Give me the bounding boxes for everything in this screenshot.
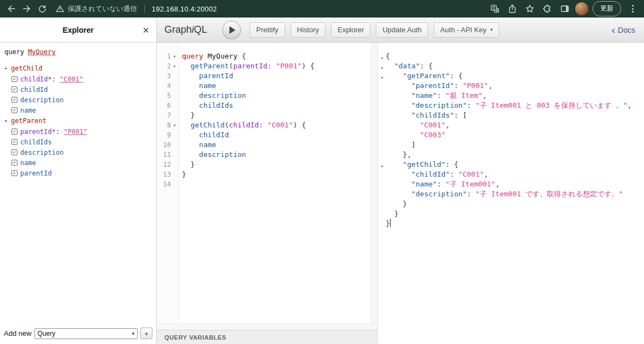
- fold-icon: [379, 189, 386, 199]
- fold-icon: [379, 140, 386, 150]
- checkbox-icon[interactable]: ✓: [11, 170, 17, 176]
- collapse-icon[interactable]: ▾: [4, 118, 11, 124]
- code-line[interactable]: [182, 179, 371, 189]
- code-line[interactable]: parentId: [182, 71, 371, 81]
- fold-icon[interactable]: ▾: [171, 123, 178, 128]
- explorer-header: Explorer ×: [0, 18, 156, 43]
- explorer-root-getParent[interactable]: ▾getParent: [4, 115, 152, 126]
- query-editor[interactable]: query MyQuery { getParent(parentId: "P00…: [179, 43, 371, 323]
- execute-button[interactable]: [222, 21, 241, 39]
- fold-icon[interactable]: ▾: [171, 63, 178, 69]
- update-auth-button[interactable]: Update Auth: [376, 22, 428, 38]
- back-icon[interactable]: [4, 2, 19, 16]
- checkbox-icon[interactable]: ✓: [11, 149, 17, 155]
- site-security-chip[interactable]: 保護されていない通信: [56, 4, 137, 14]
- docs-button[interactable]: ‹ Docs: [612, 26, 636, 34]
- result-line: "C003": [379, 130, 644, 140]
- argument-value[interactable]: "C001": [60, 75, 83, 83]
- result-line: "description": "子 Item001 です。取得される想定です。": [379, 189, 644, 199]
- share-icon[interactable]: [505, 2, 519, 16]
- line-number: 6: [167, 102, 171, 109]
- collapse-icon[interactable]: ▾: [4, 66, 11, 71]
- line-number: 4: [167, 82, 171, 90]
- forward-icon[interactable]: [20, 2, 34, 16]
- checkbox-icon[interactable]: ✓: [11, 129, 17, 135]
- explorer-field-parentId[interactable]: ✓parentId: [4, 168, 152, 178]
- result-line: }: [379, 199, 644, 209]
- checkbox-icon[interactable]: ✓: [11, 160, 17, 166]
- code-line[interactable]: query MyQuery {: [182, 51, 371, 61]
- security-warning-text: 保護されていない通信: [68, 4, 137, 14]
- operation-name[interactable]: MyQuery: [28, 48, 56, 56]
- address-bar-url[interactable]: 192.168.10.4:20002: [152, 5, 217, 13]
- fold-icon[interactable]: ▾: [379, 160, 386, 170]
- chevron-down-icon: ▾: [132, 331, 134, 336]
- explorer-field-description[interactable]: ✓description: [4, 147, 152, 158]
- explorer-field-description[interactable]: ✓description: [4, 95, 152, 105]
- auth-dropdown[interactable]: Auth - API Key ▾: [434, 22, 499, 38]
- line-number: 9: [167, 131, 171, 139]
- play-icon: [229, 26, 235, 34]
- browser-actions: 更新: [488, 1, 640, 16]
- checkbox-icon[interactable]: ✓: [11, 107, 17, 113]
- fold-icon: [379, 150, 386, 160]
- side-panel-icon[interactable]: [558, 2, 572, 16]
- fold-icon[interactable]: ▾: [171, 54, 178, 59]
- result-line: "childIds": [: [379, 110, 644, 120]
- explorer-field-childIds[interactable]: ✓childIds: [4, 137, 152, 147]
- code-line[interactable]: }: [182, 160, 371, 170]
- explorer-field-name[interactable]: ✓name: [4, 158, 152, 168]
- reload-icon[interactable]: [35, 2, 49, 16]
- explorer-field-childId[interactable]: ✓childId: [4, 84, 152, 95]
- close-icon[interactable]: ×: [143, 25, 149, 36]
- checkbox-icon[interactable]: ✓: [11, 97, 17, 103]
- checkbox-icon[interactable]: ✓: [11, 86, 17, 92]
- translate-icon[interactable]: [488, 2, 502, 16]
- kebab-menu-icon[interactable]: [625, 2, 640, 16]
- line-number: 14: [163, 180, 171, 188]
- line-number: 10: [163, 141, 171, 149]
- query-variables-toggle[interactable]: QUERY VARIABLES: [157, 330, 377, 344]
- line-number: 2: [167, 62, 171, 70]
- result-line: ▾ "getParent": {: [379, 71, 644, 81]
- explorer-root-getChild[interactable]: ▾getChild: [4, 63, 152, 74]
- fold-icon: [379, 179, 386, 189]
- bookmark-star-icon[interactable]: [523, 2, 537, 16]
- profile-avatar[interactable]: [575, 2, 588, 15]
- result-line: ▾ "data": {: [379, 61, 644, 71]
- explorer-button[interactable]: Explorer: [331, 22, 370, 38]
- code-line[interactable]: }: [182, 110, 371, 120]
- graphiql-topbar: GraphiQL Prettify History Explorer Updat…: [157, 18, 644, 43]
- editor-horizontal-scrollbar[interactable]: [157, 323, 377, 330]
- warning-icon: [56, 4, 64, 13]
- fold-icon[interactable]: ▾: [379, 61, 386, 71]
- explorer-arg-childId[interactable]: ✓childId*: "C001": [4, 74, 152, 84]
- code-line[interactable]: name: [182, 81, 371, 91]
- code-line[interactable]: childId: [182, 130, 371, 140]
- editor-vertical-scrollbar[interactable]: [371, 43, 377, 323]
- fold-icon[interactable]: ▾: [379, 71, 386, 81]
- code-line[interactable]: childIds: [182, 101, 371, 110]
- explorer-footer: Add new Query ▾ +: [0, 325, 156, 344]
- result-line: }: [379, 209, 644, 219]
- history-button[interactable]: History: [291, 22, 326, 38]
- explorer-arg-parentId[interactable]: ✓parentId*: "P001": [4, 126, 152, 137]
- explorer-field-name[interactable]: ✓name: [4, 105, 152, 115]
- checkbox-icon[interactable]: ✓: [11, 76, 17, 82]
- operation-type-select[interactable]: Query ▾: [34, 328, 138, 339]
- add-operation-button[interactable]: +: [140, 328, 152, 339]
- code-line[interactable]: getParent(parentId: "P001") {: [182, 61, 371, 71]
- add-new-label: Add new: [4, 329, 32, 337]
- prettify-button[interactable]: Prettify: [250, 22, 285, 38]
- checkbox-icon[interactable]: ✓: [11, 139, 17, 145]
- code-line[interactable]: name: [182, 140, 371, 150]
- argument-value[interactable]: "P001": [63, 128, 87, 136]
- extensions-icon[interactable]: [540, 2, 554, 16]
- code-line[interactable]: }: [182, 170, 371, 179]
- result-line: "C001",: [379, 120, 644, 130]
- fold-icon[interactable]: ▾: [379, 51, 386, 61]
- code-line[interactable]: getChild(childId: "C001") {: [182, 120, 371, 130]
- code-line[interactable]: description: [182, 150, 371, 160]
- code-line[interactable]: description: [182, 91, 371, 101]
- update-button[interactable]: 更新: [593, 1, 621, 16]
